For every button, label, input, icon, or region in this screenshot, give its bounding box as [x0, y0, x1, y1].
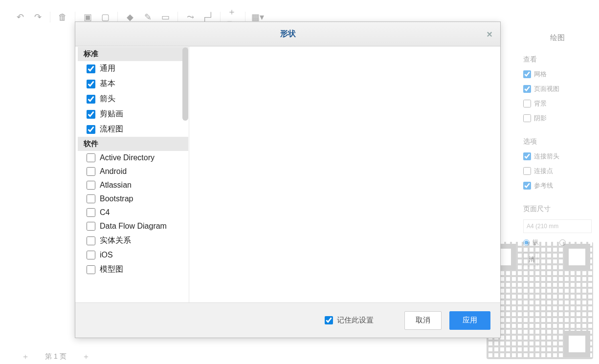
page-tab-1[interactable]: 第 1 页 [40, 352, 71, 361]
shape-item-android[interactable]: Android [78, 165, 188, 178]
waypoint-icon[interactable]: ┌┘ [202, 12, 213, 22]
dfd-checkbox[interactable] [87, 222, 95, 231]
shape-item-bootstrap[interactable]: Bootstrap [78, 192, 188, 206]
pagesize-select[interactable] [523, 219, 599, 233]
android-checkbox[interactable] [87, 167, 95, 176]
shape-item-flowchart[interactable]: 流程图 [78, 122, 188, 137]
scrollbar-thumb[interactable] [182, 47, 188, 121]
plus-icon[interactable]: ＋▾ [227, 12, 238, 22]
separator [245, 12, 245, 22]
ios-checkbox[interactable] [87, 251, 95, 259]
remember-label: 记住此设置 [337, 316, 374, 325]
background-checkbox[interactable] [523, 100, 531, 107]
qr-corner-icon [564, 244, 590, 270]
shape-item-general[interactable]: 通用 [78, 61, 188, 76]
shape-category-list: 标准 通用 基本 箭头 剪贴画 [75, 46, 189, 302]
shadow-label: 阴影 [534, 114, 547, 123]
mockup-checkbox[interactable] [87, 265, 95, 274]
pagesize-input[interactable] [523, 219, 592, 233]
cancel-button[interactable]: 取消 [404, 311, 442, 330]
fill-icon[interactable]: ◆ [125, 12, 135, 22]
shape-item-dfd[interactable]: Data Flow Diagram [78, 219, 188, 233]
android-label: Android [100, 167, 127, 176]
atlassian-checkbox[interactable] [87, 181, 95, 190]
shape-item-atlassian[interactable]: Atlassian [78, 178, 188, 192]
shape-item-clipart[interactable]: 剪贴画 [78, 107, 188, 122]
shadow-icon[interactable]: ▭ [160, 12, 171, 22]
remember-checkbox[interactable] [325, 316, 333, 324]
shape-list-scroll[interactable]: 标准 通用 基本 箭头 剪贴画 [78, 47, 188, 302]
options-connarrows-row[interactable]: 连接箭头 [523, 152, 599, 161]
shape-item-ad[interactable]: Active Directory [78, 151, 188, 165]
basic-checkbox[interactable] [87, 80, 95, 88]
view-background-row[interactable]: 背景 [523, 99, 599, 108]
connection-icon[interactable]: ⤳ [185, 12, 196, 22]
mockup-label: 模型图 [100, 264, 123, 275]
general-checkbox[interactable] [87, 64, 95, 73]
guides-checkbox[interactable] [523, 182, 531, 190]
shape-item-arrows[interactable]: 箭头 [78, 91, 188, 107]
connpoints-label: 连接点 [534, 167, 553, 175]
connarrows-checkbox[interactable] [523, 152, 531, 160]
remember-setting-row[interactable]: 记住此设置 [75, 316, 374, 325]
bootstrap-label: Bootstrap [100, 194, 133, 203]
undo-icon[interactable]: ↶ [15, 12, 25, 22]
er-checkbox[interactable] [87, 236, 95, 245]
category-standard: 标准 [78, 47, 188, 61]
grid-checkbox[interactable] [523, 70, 531, 78]
general-label: 通用 [100, 64, 115, 74]
to-back-icon[interactable]: ▢ [100, 12, 111, 22]
shape-item-mockup[interactable]: 模型图 [78, 262, 188, 277]
shape-item-c4[interactable]: C4 [78, 206, 188, 219]
shadow-checkbox[interactable] [523, 114, 531, 122]
shape-item-er[interactable]: 实体关系 [78, 233, 188, 248]
options-guides-row[interactable]: 参考线 [523, 181, 599, 190]
category-software: 软件 [78, 137, 188, 151]
arrows-checkbox[interactable] [87, 95, 95, 104]
dfd-label: Data Flow Diagram [100, 222, 167, 231]
pageview-checkbox[interactable] [523, 85, 531, 93]
shape-item-basic[interactable]: 基本 [78, 76, 188, 91]
format-panel-title: 绘图 [523, 33, 599, 43]
apply-button[interactable]: 应用 [449, 311, 490, 330]
to-front-icon[interactable]: ▣ [82, 12, 93, 22]
separator [177, 12, 178, 22]
connpoints-checkbox[interactable] [523, 167, 531, 175]
view-pageview-row[interactable]: 页面视图 [523, 85, 599, 93]
separator [220, 12, 221, 22]
basic-label: 基本 [100, 79, 115, 89]
er-label: 实体关系 [100, 236, 131, 246]
add-page-icon[interactable]: ＋ [20, 351, 31, 363]
clipart-label: 剪贴画 [100, 109, 123, 119]
clipart-checkbox[interactable] [87, 110, 95, 119]
dialog-title: 形状 [280, 29, 296, 39]
arrows-label: 箭头 [100, 94, 115, 104]
shape-item-ios[interactable]: iOS [78, 248, 188, 262]
add-page-icon[interactable]: ＋ [80, 351, 92, 363]
shapes-dialog: 形状 × 标准 通用 基本 箭头 剪贴画 [75, 21, 501, 338]
view-section-title: 查看 [523, 55, 599, 64]
close-icon[interactable]: × [487, 29, 492, 40]
ad-checkbox[interactable] [87, 153, 95, 162]
c4-checkbox[interactable] [87, 208, 95, 217]
qr-code [487, 242, 593, 359]
separator [117, 12, 118, 22]
background-label: 背景 [534, 99, 547, 108]
options-connpoints-row[interactable]: 连接点 [523, 167, 599, 175]
view-shadow-row[interactable]: 阴影 [523, 114, 599, 123]
dialog-footer: 记住此设置 取消 应用 [75, 302, 500, 338]
table-icon[interactable]: ▦▾ [252, 12, 263, 22]
guides-label: 参考线 [534, 181, 553, 190]
delete-icon[interactable]: 🗑 [57, 12, 68, 22]
page-tabs: ＋ 第 1 页 ＋ [20, 349, 92, 364]
redo-icon[interactable]: ↷ [32, 12, 43, 22]
bootstrap-checkbox[interactable] [87, 194, 95, 203]
dialog-header: 形状 × [75, 22, 500, 46]
ios-label: iOS [100, 251, 113, 259]
format-panel: 绘图 查看 网格 页面视图 背景 阴影 选项 连接箭头 连接点 参考线 页面尺寸… [516, 24, 599, 266]
connarrows-label: 连接箭头 [534, 152, 559, 161]
atlassian-label: Atlassian [100, 181, 132, 190]
flowchart-checkbox[interactable] [87, 125, 95, 134]
line-icon[interactable]: ✎ [142, 12, 153, 22]
view-grid-row[interactable]: 网格 [523, 70, 599, 79]
